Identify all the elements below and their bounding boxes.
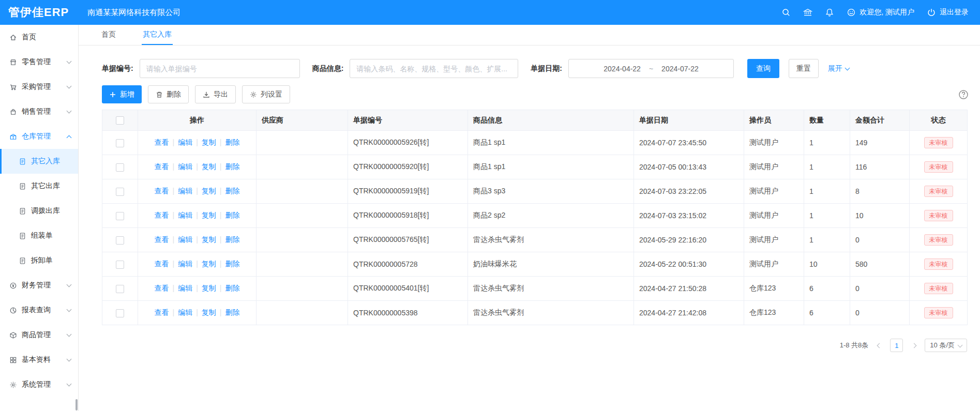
row-checkbox[interactable]	[116, 285, 124, 293]
edit-link[interactable]: 编辑	[178, 162, 192, 171]
reset-button[interactable]: 重置	[789, 59, 819, 78]
copy-link[interactable]: 复制	[202, 187, 216, 195]
row-checkbox[interactable]	[116, 236, 124, 245]
sidebar-item-warehouse[interactable]: 仓库管理	[0, 124, 78, 149]
column-settings-button[interactable]: 列设置	[242, 85, 290, 103]
prev-page-button[interactable]	[875, 339, 884, 352]
view-link[interactable]: 查看	[155, 308, 169, 316]
page-size-select[interactable]: 10 条/页	[925, 339, 967, 352]
export-button[interactable]: 导出	[195, 85, 236, 103]
row-checkbox[interactable]	[116, 261, 124, 269]
view-link[interactable]: 查看	[155, 211, 169, 219]
status-badge: 未审核	[924, 137, 953, 148]
delete-link[interactable]: 删除	[225, 284, 239, 292]
copy-link[interactable]: 复制	[202, 284, 216, 292]
view-link[interactable]: 查看	[155, 187, 169, 195]
link-divider: |	[173, 235, 175, 243]
layout: 首页零售管理采购管理销售管理仓库管理其它入库其它出库调拨出库组装单拆卸单财务管理…	[0, 25, 980, 411]
product-info-input[interactable]	[350, 59, 518, 78]
app-logo: 管伊佳ERP	[8, 5, 69, 20]
bill-no-input[interactable]	[140, 59, 300, 78]
table-row: 查看|编辑|复制|删除 QTRK00000005398 雷达杀虫气雾剂 2024…	[102, 301, 968, 325]
date-range-picker[interactable]: 2024-04-22 ~ 2024-07-22	[568, 59, 734, 78]
sidebar-subitem-disassembly[interactable]: 拆卸单	[0, 248, 78, 273]
sidebar-item-report[interactable]: 报表查询	[0, 298, 78, 323]
link-divider: |	[196, 260, 198, 268]
row-checkbox[interactable]	[116, 309, 124, 317]
logout-button[interactable]: 退出登录	[927, 8, 969, 17]
copy-link[interactable]: 复制	[202, 235, 216, 243]
sidebar-item-label: 零售管理	[22, 57, 63, 67]
copy-link[interactable]: 复制	[202, 308, 216, 316]
sidebar-item-retail[interactable]: 零售管理	[0, 50, 78, 74]
delete-link[interactable]: 删除	[225, 138, 239, 146]
delete-link[interactable]: 删除	[225, 235, 239, 243]
row-checkbox[interactable]	[116, 139, 124, 147]
delete-link[interactable]: 删除	[225, 260, 239, 268]
header-qty: 数量	[804, 110, 850, 131]
link-divider: |	[173, 211, 175, 219]
sidebar-item-system[interactable]: 系统管理	[0, 372, 78, 397]
help-icon[interactable]	[958, 89, 969, 100]
row-checkbox[interactable]	[116, 212, 124, 220]
copy-link[interactable]: 复制	[202, 211, 216, 219]
row-actions: 查看|编辑|复制|删除	[155, 260, 240, 268]
link-divider: |	[196, 187, 198, 195]
view-link[interactable]: 查看	[155, 235, 169, 243]
sidebar-item-sales[interactable]: 销售管理	[0, 99, 78, 124]
delete-link[interactable]: 删除	[225, 187, 239, 195]
sidebar-subitem-assembly[interactable]: 组装单	[0, 223, 78, 248]
copy-link[interactable]: 复制	[202, 260, 216, 268]
product-cell: 商品2 sp2	[468, 204, 634, 228]
view-link[interactable]: 查看	[155, 284, 169, 292]
link-divider: |	[220, 260, 222, 268]
product-cell: 雷达杀虫气雾剂	[468, 277, 634, 301]
search-icon[interactable]	[781, 8, 791, 17]
sidebar-item-product[interactable]: 商品管理	[0, 323, 78, 347]
link-divider: |	[220, 235, 222, 243]
bank-icon[interactable]	[803, 8, 812, 17]
delete-link[interactable]: 删除	[225, 162, 239, 171]
user-welcome[interactable]: 欢迎您, 测试用户	[847, 8, 914, 17]
search-button[interactable]: 查询	[747, 59, 779, 78]
plus-icon	[109, 91, 116, 98]
sidebar-item-home[interactable]: 首页	[0, 25, 78, 50]
view-link[interactable]: 查看	[155, 138, 169, 146]
row-checkbox[interactable]	[116, 188, 124, 196]
sidebar-subitem-other-outbound[interactable]: 其它出库	[0, 174, 78, 199]
retail-icon	[9, 58, 17, 66]
add-button[interactable]: 新增	[102, 85, 142, 103]
sidebar-subitem-transfer-outbound[interactable]: 调拨出库	[0, 199, 78, 223]
edit-link[interactable]: 编辑	[178, 260, 192, 268]
row-checkbox[interactable]	[116, 163, 124, 172]
select-all-checkbox[interactable]	[116, 116, 124, 125]
bell-icon[interactable]	[825, 8, 834, 17]
tab-home[interactable]: 首页	[100, 25, 117, 45]
sidebar-item-basic[interactable]: 基本资料	[0, 347, 78, 372]
edit-link[interactable]: 编辑	[178, 187, 192, 195]
sidebar-subitem-other-inbound[interactable]: 其它入库	[0, 149, 78, 174]
delete-button[interactable]: 删除	[148, 85, 189, 103]
sidebar-item-finance[interactable]: 财务管理	[0, 273, 78, 298]
sidebar-scrollbar[interactable]	[76, 399, 78, 410]
current-page-button[interactable]: 1	[890, 339, 903, 352]
edit-link[interactable]: 编辑	[178, 211, 192, 219]
copy-link[interactable]: 复制	[202, 162, 216, 171]
doc-icon	[19, 158, 26, 165]
sidebar-item-purchase[interactable]: 采购管理	[0, 74, 78, 99]
edit-link[interactable]: 编辑	[178, 284, 192, 292]
row-actions: 查看|编辑|复制|删除	[155, 162, 240, 171]
expand-toggle[interactable]: 展开	[828, 64, 849, 73]
edit-link[interactable]: 编辑	[178, 138, 192, 146]
delete-link[interactable]: 删除	[225, 308, 239, 316]
table-header-row: 操作 供应商 单据编号 商品信息 单据日期 操作员 数量 金额合计 状态	[102, 110, 968, 131]
edit-link[interactable]: 编辑	[178, 308, 192, 316]
copy-link[interactable]: 复制	[202, 138, 216, 146]
view-link[interactable]: 查看	[155, 260, 169, 268]
view-link[interactable]: 查看	[155, 162, 169, 171]
delete-link[interactable]: 删除	[225, 211, 239, 219]
tab-other-inbound[interactable]: 其它入库	[142, 25, 173, 45]
edit-link[interactable]: 编辑	[178, 235, 192, 243]
next-page-button[interactable]	[909, 339, 918, 352]
operator-cell: 仓库123	[744, 301, 804, 325]
